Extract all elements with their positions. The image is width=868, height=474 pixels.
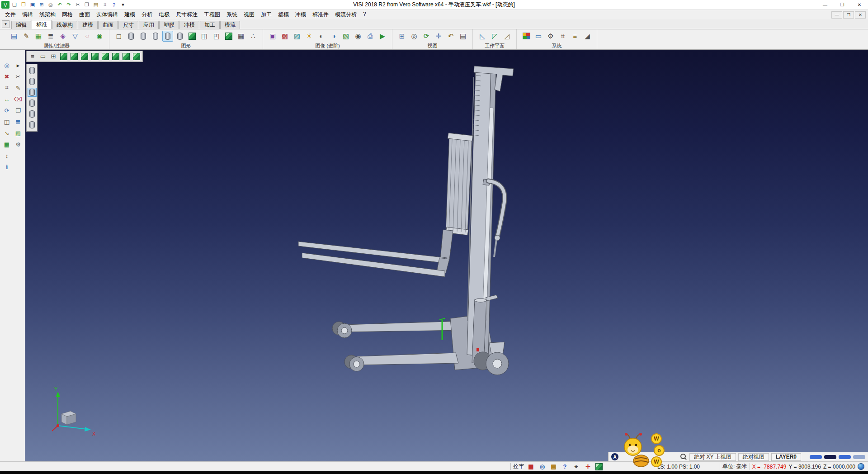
- multi-viewport-icon[interactable]: ⊞: [49, 52, 58, 61]
- translate-icon[interactable]: ↔: [2, 95, 11, 104]
- display-shaded-edges-icon[interactable]: [28, 99, 37, 108]
- find-entity-icon[interactable]: ◎: [538, 463, 547, 471]
- menu-item[interactable]: 加工: [258, 10, 275, 19]
- right-view-cube-icon[interactable]: [90, 52, 99, 61]
- system-options-icon[interactable]: ⚙: [545, 31, 556, 42]
- erase-icon[interactable]: ⌫: [14, 95, 23, 104]
- menu-item[interactable]: ?: [360, 10, 369, 19]
- shaded-edges-icon[interactable]: [162, 31, 173, 42]
- color-filter-icon[interactable]: ▦: [33, 31, 44, 42]
- visi-logo[interactable]: V: [1, 1, 9, 9]
- materials-icon[interactable]: ▩: [279, 31, 290, 42]
- menu-item[interactable]: 实体编辑: [93, 10, 121, 19]
- animation-icon[interactable]: ▶: [377, 31, 388, 42]
- selection-mask-icon[interactable]: ▦: [526, 463, 536, 471]
- menu-item[interactable]: 线架构: [36, 10, 59, 19]
- points-display-icon[interactable]: ∴: [248, 31, 259, 42]
- shadows-icon[interactable]: ◐: [316, 31, 327, 42]
- save-icon[interactable]: ▣: [28, 1, 37, 9]
- measure-icon[interactable]: ↕: [2, 151, 11, 160]
- redo-icon[interactable]: ↷: [65, 1, 73, 9]
- quick-help-icon[interactable]: ?: [560, 463, 570, 471]
- workflow-tab[interactable]: 标准: [32, 20, 52, 29]
- help-quick-icon[interactable]: ?: [110, 1, 118, 9]
- properties-icon[interactable]: ▤: [9, 31, 19, 42]
- menu-item[interactable]: 网格: [59, 10, 76, 19]
- reflection-icon[interactable]: ◑: [328, 31, 339, 42]
- edge-display-icon[interactable]: ◰: [211, 31, 222, 42]
- transparent-display-icon[interactable]: [175, 31, 185, 42]
- background-icon[interactable]: ▧: [340, 31, 351, 42]
- quick-filter-icon[interactable]: ▽: [70, 31, 80, 42]
- absolute-view-indicator[interactable]: 绝对视图: [738, 453, 769, 461]
- workflow-tab[interactable]: 加工: [200, 21, 220, 29]
- snapshot-icon[interactable]: ⎙: [365, 31, 376, 42]
- menu-item[interactable]: 文件: [2, 10, 19, 19]
- hide-elements-icon[interactable]: ◌: [82, 31, 93, 42]
- undo-icon[interactable]: ↶: [56, 1, 64, 9]
- camera-icon[interactable]: ◉: [353, 31, 363, 42]
- mesh-display-icon[interactable]: ▦: [236, 31, 246, 42]
- preferences-icon[interactable]: ⚙: [14, 140, 23, 149]
- delete-icon[interactable]: ✖: [2, 72, 11, 81]
- menu-item[interactable]: 编辑: [19, 10, 36, 19]
- menu-item[interactable]: 曲面: [76, 10, 93, 19]
- dynamic-rotate-icon[interactable]: ⟳: [421, 31, 432, 42]
- single-viewport-icon[interactable]: ▭: [38, 52, 47, 61]
- open-file-icon[interactable]: ❒: [19, 1, 28, 9]
- view-cube-small-icon[interactable]: [594, 463, 604, 471]
- mirror-icon[interactable]: ◫: [2, 117, 11, 126]
- solid-box-icon[interactable]: [187, 31, 198, 42]
- top-view-cube-icon[interactable]: [70, 52, 79, 61]
- display-analysis-icon[interactable]: [28, 120, 37, 129]
- solid-cylinder-icon[interactable]: [126, 31, 137, 42]
- lighting-icon[interactable]: ☀: [304, 31, 315, 42]
- units-indicator[interactable]: 单位: 毫米: [722, 463, 747, 470]
- viewport-3d[interactable]: ≡▭⊞ Y X A 绝对 XY 上视图: [25, 50, 868, 461]
- ucs-axes-icon[interactable]: ✛: [583, 463, 593, 471]
- workflow-tab[interactable]: 模流: [220, 21, 240, 29]
- workplane-standard-icon[interactable]: ◺: [477, 31, 488, 42]
- mdi-minimize-button[interactable]: —: [831, 11, 842, 19]
- world-icon[interactable]: [858, 463, 864, 470]
- iso-view-cube-icon[interactable]: [122, 52, 131, 61]
- display-settings-icon[interactable]: ▭: [533, 31, 544, 42]
- zoom-window-icon[interactable]: ◎: [409, 31, 420, 42]
- zoom-fit-icon[interactable]: ⊞: [396, 31, 407, 42]
- mdi-restore-button[interactable]: ❐: [843, 11, 854, 19]
- menu-item[interactable]: 分析: [138, 10, 156, 19]
- layers-icon[interactable]: ≣: [14, 117, 23, 126]
- color-palette-icon[interactable]: [521, 31, 532, 42]
- info-icon[interactable]: ℹ: [2, 162, 11, 171]
- calculator-icon[interactable]: ⌗: [101, 1, 109, 9]
- assistant-badge[interactable]: A: [611, 453, 618, 460]
- minimize-button[interactable]: —: [816, 0, 834, 9]
- wireframe-display-icon[interactable]: ◻: [113, 31, 124, 42]
- section-display-icon[interactable]: ◫: [199, 31, 210, 42]
- hidden-line-icon[interactable]: [138, 31, 149, 42]
- target-snap-icon[interactable]: ⌖: [571, 463, 581, 471]
- snap-grid-icon[interactable]: ⌗: [2, 83, 11, 92]
- print-icon[interactable]: ⎙: [47, 1, 55, 9]
- trim-icon[interactable]: ✂: [14, 72, 23, 81]
- workflow-tab[interactable]: 冲模: [179, 21, 199, 29]
- display-hidden-line-icon[interactable]: [28, 77, 37, 86]
- menu-item[interactable]: 系统: [223, 10, 241, 19]
- workplane-view-icon[interactable]: ◸: [489, 31, 500, 42]
- workplane-entity-icon[interactable]: ◿: [501, 31, 512, 42]
- workflow-tab[interactable]: 线架构: [52, 21, 77, 29]
- duplicate-icon[interactable]: ❐: [14, 106, 23, 115]
- active-layer-indicator[interactable]: LAYER0: [771, 453, 801, 461]
- select-arrow-icon[interactable]: ▸: [14, 61, 23, 70]
- database-icon[interactable]: ≡: [570, 31, 580, 42]
- show-elements-icon[interactable]: ◉: [94, 31, 105, 42]
- render-settings-icon[interactable]: ▣: [267, 31, 278, 42]
- paste-icon[interactable]: ▤: [92, 1, 100, 9]
- viewport-layout-icon[interactable]: ≡: [28, 52, 37, 61]
- display-wireframe-icon[interactable]: [28, 66, 37, 75]
- type-filter-icon[interactable]: ◈: [57, 31, 68, 42]
- array-icon[interactable]: ▦: [2, 140, 11, 149]
- menu-item[interactable]: 工程图: [201, 10, 223, 19]
- menu-item[interactable]: 尺寸标注: [173, 10, 201, 19]
- mdi-close-button[interactable]: ✕: [855, 11, 866, 19]
